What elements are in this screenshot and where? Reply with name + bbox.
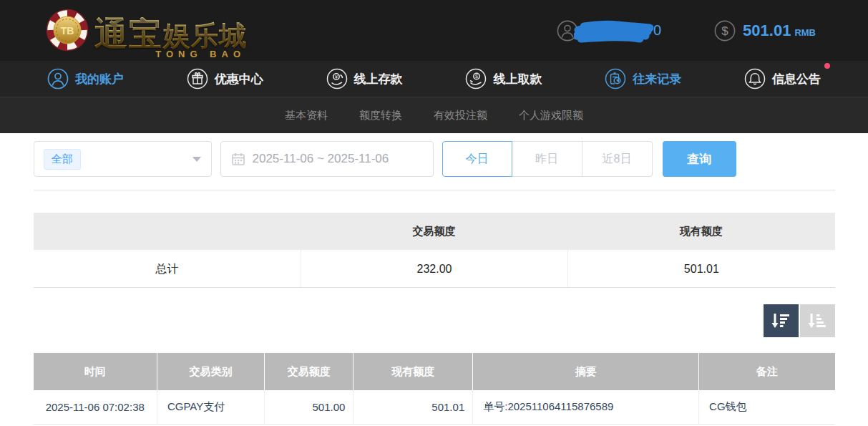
row-current-balance: 501.01 [353,390,472,424]
sort-descending-icon [771,312,790,329]
subnav-item-credit-conversion[interactable]: 额度转换 [359,109,402,122]
nav-item-online-deposit[interactable]: ¥ 线上存款 [326,68,403,89]
yesterday-button[interactable]: 昨日 [512,141,582,177]
svg-text:$: $ [721,24,728,38]
column-header-remark: 备注 [698,353,834,390]
sort-ascending-icon [808,312,826,329]
notification-dot [824,63,830,69]
withdraw-icon: $ [465,68,487,89]
row-summary: 单号:202511064115876589 [472,390,698,424]
row-time: 2025-11-06 07:02:38 [34,390,157,424]
brand-logo[interactable]: TB 通宝娱乐城 TONG BAO [46,9,247,53]
row-remark: CG钱包 [698,390,834,424]
username-display[interactable]: 0 [557,16,658,45]
top-header: TB 通宝娱乐城 TONG BAO [0,0,868,61]
column-header-summary: 摘要 [472,353,698,390]
brand-name-english: TONG BAO [155,49,245,59]
subnav-item-basic-info[interactable]: 基本资料 [285,109,328,122]
section-divider [34,190,835,190]
row-transaction-type: CGPAY支付 [157,390,264,424]
summary-header-current-balance: 现有额度 [567,225,834,238]
main-navigation: 我的账户 优惠中心 ¥ 线上存款 $ 线上取款 [0,61,868,97]
summary-total-label: 总计 [34,250,301,287]
nav-item-announcements[interactable]: 信息公告 [744,68,821,89]
username-redaction-scribble: 0 [574,16,658,45]
chevron-down-icon [192,157,201,162]
column-header-transaction-amount: 交易额度 [264,353,353,390]
summary-table-header: 交易额度 现有额度 [34,213,835,250]
svg-text:¥: ¥ [335,74,338,79]
bell-icon [744,68,766,89]
records-table-header: 时间 交易类别 交易额度 现有额度 摘要 备注 [34,353,835,390]
sort-controls [34,304,835,337]
date-range-input[interactable]: 2025-11-06 ~ 2025-11-06 [220,141,434,177]
subnav-item-valid-bets[interactable]: 有效投注额 [434,109,487,122]
column-header-time: 时间 [34,353,157,390]
balance-currency: RMB [794,24,816,38]
quick-date-button-group: 今日 昨日 近8日 [442,141,653,177]
records-table: 时间 交易类别 交易额度 现有额度 摘要 备注 2025-11-06 07:02… [34,353,835,425]
today-button[interactable]: 今日 [442,141,512,177]
nav-item-online-withdrawal[interactable]: $ 线上取款 [465,68,542,89]
chip-badge-text: TB [61,24,74,36]
selected-type-tag[interactable]: 全部 [44,149,81,170]
balance-amount: 501.01 [743,21,791,40]
svg-text:$: $ [475,74,478,79]
column-header-transaction-type: 交易类别 [157,353,264,390]
summary-total-transaction-amount: 232.00 [301,250,567,287]
poker-chip-logo-icon: TB [46,9,89,52]
dollar-coin-icon: $ [714,20,736,42]
username-visible-character: 0 [653,22,661,39]
balance-display[interactable]: $ 501.01 RMB [714,20,816,42]
records-icon [605,68,626,89]
gift-icon [187,68,208,89]
sort-ascending-button[interactable] [800,304,835,337]
last-8-days-button[interactable]: 近8日 [582,141,653,177]
subnav-item-personal-game-limit[interactable]: 个人游戏限额 [519,109,583,122]
column-header-current-balance: 现有额度 [353,353,472,390]
summary-header-transaction-amount: 交易额度 [301,225,567,238]
nav-item-transaction-records[interactable]: 往来记录 [605,68,681,89]
transaction-type-select[interactable]: 全部 [34,141,212,177]
filter-toolbar: 全部 2025-11-06 ~ 2025-11-06 今日 昨日 近8日 [34,141,835,177]
brand-name-chinese: 通宝娱乐城 [94,17,247,50]
sort-descending-button[interactable] [764,304,799,337]
nav-item-promotions[interactable]: 优惠中心 [187,68,263,89]
table-row: 2025-11-06 07:02:38 CGPAY支付 501.00 501.0… [34,390,835,425]
calendar-icon [231,152,245,166]
summary-total-current-balance: 501.01 [567,250,834,287]
nav-item-my-account[interactable]: 我的账户 [47,68,124,89]
summary-table: 交易额度 现有额度 总计 232.00 501.01 [34,213,835,288]
deposit-icon: ¥ [326,68,348,89]
query-button[interactable]: 查询 [663,141,736,177]
account-sub-navigation: 基本资料 额度转换 有效投注额 个人游戏限额 [0,97,868,133]
row-transaction-amount: 501.00 [264,390,353,424]
summary-total-row: 总计 232.00 501.01 [34,250,835,288]
date-range-value: 2025-11-06 ~ 2025-11-06 [253,152,389,166]
user-icon [47,68,69,89]
